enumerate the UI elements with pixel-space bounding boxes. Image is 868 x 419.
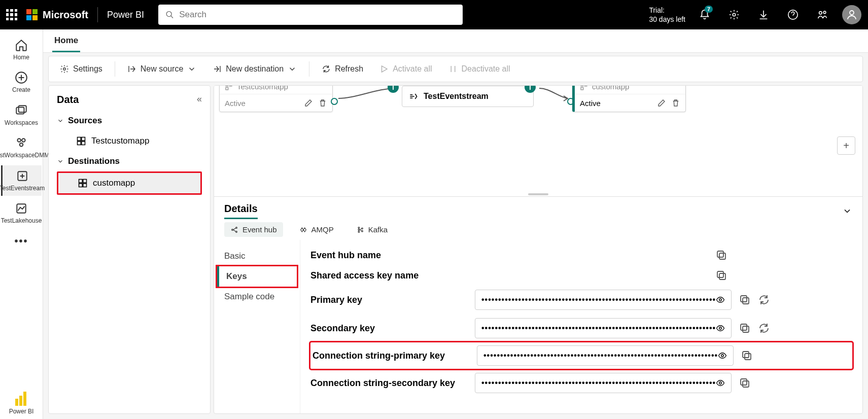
nav-testworkspace[interactable]: TestWorkspaceDMM <box>1 132 42 163</box>
nav-workspaces[interactable]: Workspaces <box>1 100 42 130</box>
app-launcher-icon[interactable] <box>6 9 17 20</box>
svg-point-15 <box>63 68 66 71</box>
svg-rect-41 <box>717 271 723 277</box>
copy-button[interactable] <box>739 294 751 306</box>
delete-icon[interactable] <box>318 98 327 108</box>
destinations-group[interactable]: Destinations <box>57 156 202 166</box>
eye-icon[interactable] <box>716 324 725 333</box>
side-keys[interactable]: Keys <box>217 266 297 287</box>
new-source-label: New source <box>141 64 183 74</box>
protocol-tabs: Event hub AMQP Kafka <box>214 219 862 240</box>
row-eventhub-name: Event hub name <box>310 245 852 265</box>
eye-icon[interactable] <box>718 351 727 360</box>
svg-rect-29 <box>581 87 583 90</box>
download-button[interactable] <box>753 5 774 25</box>
svg-point-35 <box>358 229 360 230</box>
feedback-button[interactable] <box>812 5 832 25</box>
nav-eventstream[interactable]: TestEventstream <box>1 165 42 196</box>
header-divider <box>97 7 98 22</box>
settings-button[interactable]: Settings <box>54 61 109 77</box>
regenerate-button[interactable] <box>758 322 770 334</box>
microsoft-logo: Microsoft <box>26 9 88 21</box>
nav-home-label: Home <box>13 54 29 61</box>
nav-home[interactable]: Home <box>1 34 42 65</box>
add-node-button[interactable]: + <box>837 136 855 155</box>
amqp-icon <box>299 226 307 234</box>
stream-icon <box>408 91 419 101</box>
account-button[interactable] <box>842 5 862 25</box>
svg-point-2 <box>733 13 736 16</box>
resize-handle[interactable] <box>214 192 862 196</box>
chevron-down-icon <box>187 64 196 74</box>
eventstream-icon <box>16 169 29 183</box>
gear-icon <box>60 64 69 74</box>
copy-button[interactable] <box>715 269 727 282</box>
kafka-icon <box>356 226 364 234</box>
copy-button[interactable] <box>739 377 751 389</box>
deactivate-all-button[interactable]: Deactivate all <box>442 61 516 77</box>
delete-icon[interactable] <box>671 98 680 108</box>
flow-canvas[interactable]: Testcustomapp Active i <box>214 86 862 192</box>
svg-rect-18 <box>78 142 81 145</box>
refresh-button[interactable]: Refresh <box>316 61 369 77</box>
new-destination-button[interactable]: New destination <box>206 61 303 77</box>
field-secondary-key[interactable]: ••••••••••••••••••••••••••••••••••••••••… <box>475 318 732 338</box>
node-source[interactable]: Testcustomapp Active <box>219 86 333 112</box>
tab-kafka[interactable]: Kafka <box>350 222 394 237</box>
new-source-button[interactable]: New source <box>121 61 202 77</box>
search-input[interactable] <box>179 10 456 20</box>
chevron-down-icon <box>57 158 64 165</box>
destination-item-customapp[interactable]: customapp <box>57 171 202 195</box>
chevron-down-icon[interactable] <box>842 206 852 216</box>
nav-eventstream-label: TestEventstream <box>0 185 45 192</box>
svg-point-31 <box>236 227 237 228</box>
nav-powerbi[interactable]: Power BI <box>1 388 42 419</box>
help-button[interactable] <box>783 5 803 25</box>
tab-home[interactable]: Home <box>52 30 80 52</box>
svg-point-48 <box>721 355 724 357</box>
row-conn-string-primary: Connection string-primary key ••••••••••… <box>310 342 852 369</box>
eventhub-icon <box>230 226 238 234</box>
source-item-testcustomapp[interactable]: Testcustomapp <box>57 131 202 151</box>
svg-rect-17 <box>82 137 85 141</box>
copy-button[interactable] <box>739 322 751 334</box>
svg-point-6 <box>850 11 854 15</box>
settings-button[interactable] <box>724 5 744 25</box>
node-eventstream[interactable]: TestEventstream <box>402 86 534 107</box>
edit-icon[interactable] <box>304 98 313 108</box>
svg-point-34 <box>358 231 360 232</box>
sources-group[interactable]: Sources <box>57 116 202 126</box>
field-conn-secondary[interactable]: ••••••••••••••••••••••••••••••••••••••••… <box>475 373 732 393</box>
field-primary-key[interactable]: ••••••••••••••••••••••••••••••••••••••••… <box>475 290 732 310</box>
svg-point-32 <box>236 231 237 232</box>
activate-all-button[interactable]: Activate all <box>373 61 438 77</box>
nav-lakehouse[interactable]: TestLakehouse <box>1 198 42 228</box>
download-icon <box>758 9 769 20</box>
eye-icon[interactable] <box>716 295 725 304</box>
app-icon <box>76 136 86 146</box>
svg-point-0 <box>166 12 171 17</box>
nav-create[interactable]: Create <box>1 67 42 97</box>
search-icon <box>165 10 174 19</box>
side-sample-code[interactable]: Sample code <box>217 287 297 307</box>
notifications-button[interactable]: 7 <box>695 5 715 25</box>
workspaces-icon <box>15 104 28 117</box>
nav-more[interactable]: ••• <box>1 230 42 252</box>
masked-value: ••••••••••••••••••••••••••••••••••••••••… <box>481 324 716 333</box>
tab-eventhub[interactable]: Event hub <box>224 222 283 237</box>
collapse-panel-button[interactable]: « <box>197 94 202 104</box>
main-area: Home Settings New source New destination <box>43 29 868 419</box>
copy-button[interactable] <box>741 350 753 362</box>
svg-point-45 <box>719 327 722 330</box>
field-conn-primary[interactable]: ••••••••••••••••••••••••••••••••••••••••… <box>477 345 734 366</box>
copy-button[interactable] <box>715 249 727 261</box>
search-bar[interactable] <box>158 5 463 25</box>
side-basic[interactable]: Basic <box>217 246 297 266</box>
node-destination[interactable]: customapp Active <box>572 86 686 112</box>
eye-icon[interactable] <box>716 378 725 388</box>
tab-amqp[interactable]: AMQP <box>293 222 340 237</box>
edit-icon[interactable] <box>657 98 666 108</box>
regenerate-button[interactable] <box>758 294 770 306</box>
svg-rect-16 <box>78 137 81 141</box>
nav-workspaces-label: Workspaces <box>5 119 38 126</box>
